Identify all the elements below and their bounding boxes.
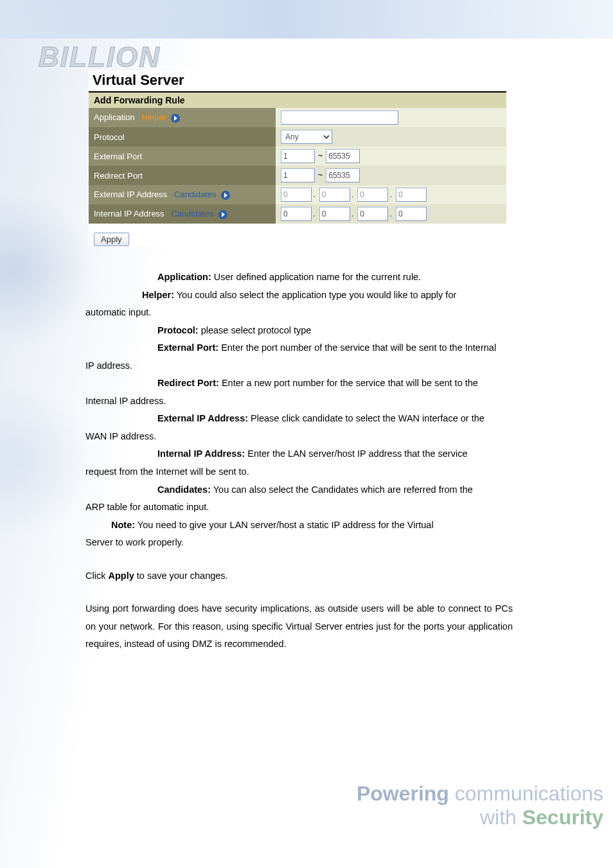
range-separator: ~	[317, 151, 324, 161]
top-stripe	[0, 0, 613, 39]
dot-separator: .	[388, 190, 393, 199]
redirect-port-from[interactable]	[281, 168, 315, 182]
text: WAN IP address.	[85, 428, 513, 446]
external-port-from[interactable]	[281, 149, 315, 163]
security-note: Using port forwarding does have security…	[85, 600, 513, 653]
external-port-to[interactable]	[326, 149, 360, 163]
text: request from the Internet will be sent t…	[85, 463, 513, 481]
protocol-select[interactable]: Any	[281, 130, 332, 144]
internal-ip-3[interactable]	[357, 207, 388, 221]
internal-ip-2[interactable]	[319, 207, 350, 221]
helper-link[interactable]: Helper	[141, 112, 166, 122]
virtual-server-panel: Virtual Server Add Forwarding Rule Appli…	[89, 71, 506, 246]
text: You could also select the application ty…	[177, 290, 457, 300]
external-ip-2[interactable]	[319, 188, 350, 202]
dot-separator: .	[312, 209, 317, 218]
text: User defined application name for the cu…	[214, 272, 421, 282]
candidates-link-internal[interactable]: Candidates	[171, 209, 213, 218]
text: You can also select the Candidates which…	[213, 484, 473, 495]
text: to save your changes.	[137, 571, 228, 581]
term-internal-ip: Internal IP Address:	[157, 448, 245, 459]
dot-separator: .	[350, 190, 355, 199]
text: Enter a new port number for the service …	[222, 378, 478, 388]
section-title: Add Forwarding Rule	[89, 93, 506, 108]
apply-button[interactable]: Apply	[94, 233, 129, 246]
dot-separator: .	[350, 209, 355, 218]
text: Internal IP address.	[85, 393, 513, 411]
text: IP address.	[85, 357, 513, 375]
label-internal-ip: Internal IP Address	[94, 209, 164, 218]
arrow-icon[interactable]	[218, 210, 227, 219]
form-table: Application Helper Protocol Any External…	[89, 108, 506, 224]
text: Enter the LAN server/host IP address tha…	[247, 448, 467, 459]
application-input[interactable]	[281, 111, 398, 125]
redirect-port-to[interactable]	[326, 168, 360, 182]
term-application: Application:	[157, 272, 211, 282]
external-ip-3[interactable]	[357, 188, 388, 202]
label-external-ip: External IP Address	[94, 190, 167, 199]
term-apply: Apply	[108, 571, 134, 581]
label-protocol: Protocol	[89, 127, 276, 146]
arrow-icon[interactable]	[171, 114, 180, 123]
text: You need to give your LAN server/host a …	[138, 520, 434, 530]
dot-separator: .	[312, 190, 317, 199]
label-application: Application	[94, 112, 135, 122]
text: ARP table for automatic input.	[85, 499, 513, 517]
term-note: Note:	[111, 520, 135, 530]
panel-title: Virtual Server	[89, 71, 506, 93]
external-ip-1[interactable]	[281, 188, 312, 202]
description-text: Application: User defined application na…	[85, 269, 513, 653]
text: Enter the port number of the service tha…	[221, 342, 496, 353]
candidates-link-external[interactable]: Candidates	[174, 190, 217, 199]
text: Click	[85, 571, 108, 581]
term-external-ip: External IP Address:	[157, 413, 248, 423]
label-external-port: External Port	[89, 146, 276, 166]
text: please select protocol type	[201, 325, 312, 335]
term-protocol: Protocol:	[157, 325, 199, 335]
term-candidates: Candidates:	[157, 484, 211, 495]
internal-ip-4[interactable]	[396, 207, 427, 221]
internal-ip-1[interactable]	[281, 207, 312, 221]
external-ip-4[interactable]	[396, 188, 427, 202]
dot-separator: .	[388, 209, 393, 218]
arrow-icon[interactable]	[221, 191, 230, 200]
term-helper: Helper:	[142, 290, 174, 300]
text: Please click candidate to select the WAN…	[251, 413, 484, 423]
term-redirect-port: Redirect Port:	[157, 378, 219, 388]
text: Server to work properly.	[85, 534, 513, 552]
range-separator: ~	[317, 170, 324, 180]
term-external-port: External Port:	[157, 342, 218, 353]
text: automatic input.	[85, 304, 513, 322]
label-redirect-port: Redirect Port	[89, 166, 276, 185]
